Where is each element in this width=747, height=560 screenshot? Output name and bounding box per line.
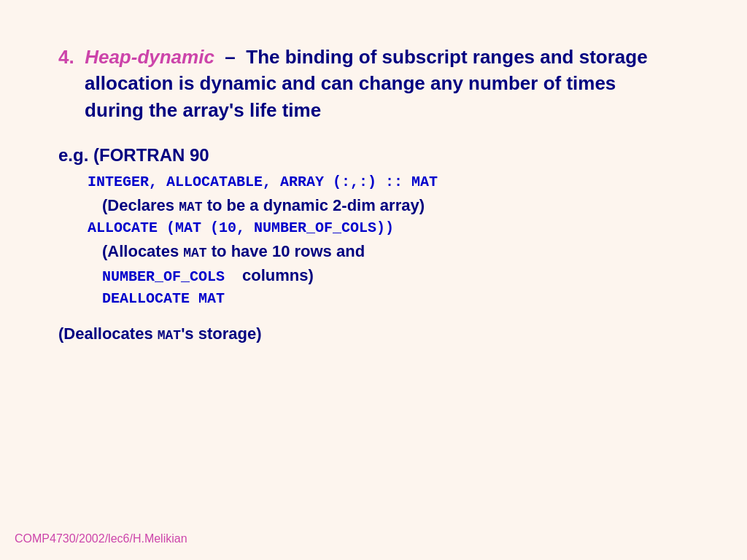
columns-text: columns) bbox=[242, 266, 314, 284]
code-line-2: ALLOCATE (MAT (10, NUMBER_OF_COLS)) bbox=[88, 217, 689, 239]
heading: 4. Heap-dynamic – The binding of subscri… bbox=[58, 44, 689, 123]
heading-dash: – bbox=[225, 46, 235, 68]
footer: COMP4730/2002/lec6/H.Melikian bbox=[15, 532, 187, 545]
comment-line-1: (Declares MAT to be a dynamic 2-dim arra… bbox=[102, 193, 689, 217]
heading-term: Heap-dynamic bbox=[85, 46, 214, 68]
comment-line-2: (Allocates MAT to have 10 rows and bbox=[102, 239, 689, 263]
code-block: INTEGER, ALLOCATABLE, ARRAY (:,:) :: MAT… bbox=[88, 171, 689, 310]
deallocates-comment: (Deallocates MAT's storage) bbox=[58, 324, 689, 343]
code-line-4: DEALLOCATE MAT bbox=[102, 288, 689, 310]
slide-content: 4. Heap-dynamic – The binding of subscri… bbox=[0, 0, 747, 373]
mat-inline-1: MAT bbox=[179, 200, 202, 214]
code-line-1: INTEGER, ALLOCATABLE, ARRAY (:,:) :: MAT bbox=[88, 171, 689, 193]
mat-inline-2: MAT bbox=[183, 246, 206, 260]
mat-inline-3: MAT bbox=[158, 328, 181, 343]
heading-number: 4. bbox=[58, 46, 74, 68]
code-line-3: NUMBER_OF_COLS columns) bbox=[102, 263, 689, 288]
example-section: e.g. (FORTRAN 90 INTEGER, ALLOCATABLE, A… bbox=[58, 145, 689, 343]
eg-label: e.g. (FORTRAN 90 bbox=[58, 145, 689, 166]
